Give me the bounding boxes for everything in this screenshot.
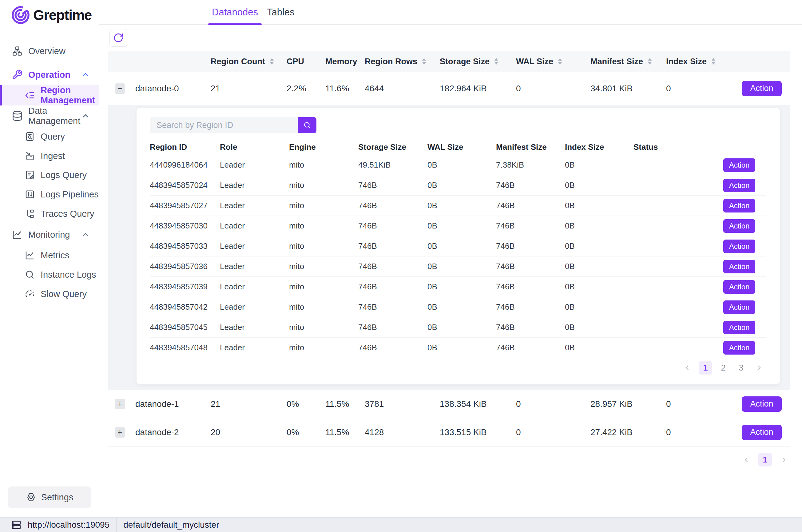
wal-size-value: 0 <box>516 428 590 437</box>
sidebar-item-ingest[interactable]: Ingest <box>0 147 99 165</box>
datanode-row: + datanode-2 20 0% 11.5% 4128 133.515 Ki… <box>108 418 790 446</box>
region-id-value: 4483945857033 <box>150 241 220 251</box>
collapse-row-button[interactable]: − <box>115 83 125 94</box>
region-table-row: 4483945857027 Leader mito 746B 0B 746B 0… <box>150 195 766 216</box>
region-action-button[interactable]: Action <box>723 158 755 172</box>
chevron-up-icon[interactable] <box>81 230 90 239</box>
sort-icon[interactable] <box>269 57 275 65</box>
engine-value: mito <box>289 180 358 190</box>
datanode-name: datanode-2 <box>135 428 211 437</box>
region-action-button[interactable]: Action <box>723 301 755 314</box>
region-action-button[interactable]: Action <box>723 199 755 212</box>
cluster-name[interactable]: default/default_mycluster <box>123 520 219 530</box>
region-table-row: 4440996184064 Leader mito 49.51KiB 0B 7.… <box>150 155 766 175</box>
chevron-up-icon[interactable] <box>81 70 90 79</box>
refresh-button[interactable] <box>110 29 127 47</box>
wal-size-value: 0 <box>516 399 590 409</box>
sort-icon[interactable] <box>493 57 499 65</box>
chevron-up-icon[interactable] <box>81 111 90 120</box>
page-button-2[interactable]: 2 <box>717 361 730 375</box>
region-action-button[interactable]: Action <box>723 280 755 294</box>
region-search-input[interactable] <box>150 117 298 133</box>
sort-icon[interactable] <box>710 57 717 65</box>
storage-size-value: 746B <box>358 180 427 190</box>
region-action-button[interactable]: Action <box>723 260 755 273</box>
sidebar-item-metrics[interactable]: Metrics <box>0 246 99 264</box>
role-value: Leader <box>220 221 289 231</box>
tab-tables[interactable]: Tables <box>267 0 294 25</box>
sidebar-item-slow-query[interactable]: Slow Query <box>0 285 99 303</box>
manifest-size-value: 746B <box>496 323 565 332</box>
engine-value: mito <box>289 221 358 231</box>
previous-page-icon[interactable] <box>681 361 694 375</box>
tab-datanodes[interactable]: Datanodes <box>212 0 258 25</box>
region-action-button[interactable]: Action <box>723 321 755 334</box>
engine-value: mito <box>289 262 358 271</box>
wal-size-value: 0B <box>427 282 496 291</box>
region-rows-value: 4128 <box>365 428 440 437</box>
page-button-1[interactable]: 1 <box>699 361 712 375</box>
database-icon <box>12 110 23 121</box>
page-button-1[interactable]: 1 <box>758 453 772 467</box>
manifest-size-value: 34.801 KiB <box>590 84 666 94</box>
manifest-size-value: 746B <box>496 201 565 210</box>
storage-size-value: 746B <box>358 302 427 312</box>
sidebar-item-region-management[interactable]: Region Management <box>0 85 99 106</box>
manifest-size-value: 27.422 KiB <box>590 428 666 437</box>
sidebar: Greptime Overview Operation <box>0 0 99 517</box>
wal-size-value: 0B <box>427 201 496 210</box>
region-search-button[interactable] <box>298 117 317 133</box>
wal-size-value: 0B <box>427 160 496 170</box>
region-table-row: 4483945857036 Leader mito 746B 0B 746B 0… <box>150 256 766 277</box>
region-action-button[interactable]: Action <box>723 219 755 233</box>
server-url[interactable]: http://localhost:19095 <box>28 520 110 530</box>
region-table-row: 4483945857033 Leader mito 746B 0B 746B 0… <box>150 236 766 256</box>
region-table-row: 4483945857039 Leader mito 746B 0B 746B 0… <box>150 277 766 297</box>
region-action-button[interactable]: Action <box>723 341 755 355</box>
settings-button[interactable]: Settings <box>8 487 91 508</box>
column-status: Status <box>633 142 703 152</box>
region-count-value: 21 <box>211 84 287 94</box>
sort-icon[interactable] <box>421 57 427 65</box>
next-page-icon[interactable] <box>752 361 766 375</box>
column-region-rows: Region Rows <box>365 57 440 66</box>
sidebar-item-overview[interactable]: Overview <box>0 42 99 60</box>
sidebar-item-traces-query[interactable]: Traces Query <box>0 205 99 223</box>
column-index-size: Index Size <box>666 57 735 66</box>
cpu-value: 2.2% <box>287 84 325 94</box>
column-region-count: Region Count <box>211 57 287 66</box>
previous-page-icon[interactable] <box>740 453 753 467</box>
next-page-icon[interactable] <box>777 453 790 467</box>
region-action-button[interactable]: Action <box>723 240 755 253</box>
expand-row-button[interactable]: + <box>115 427 125 438</box>
sidebar-section-data-management[interactable]: Data Management <box>0 107 99 125</box>
tab-label: Datanodes <box>212 7 258 18</box>
sidebar-section-monitoring[interactable]: Monitoring <box>0 225 99 244</box>
sidebar-item-query[interactable]: Query <box>0 127 99 146</box>
column-manifest-size: Manifest Size <box>590 57 666 66</box>
manifest-size-value: 746B <box>496 343 565 353</box>
sidebar-item-instance-logs[interactable]: Instance Logs <box>0 265 99 284</box>
region-action-button[interactable]: Action <box>723 179 755 192</box>
sort-icon[interactable] <box>647 57 653 65</box>
sidebar-item-label: Metrics <box>41 250 69 261</box>
sort-icon[interactable] <box>557 57 563 65</box>
sidebar-item-logs-query[interactable]: Logs Query <box>0 166 99 184</box>
datanode-action-button[interactable]: Action <box>742 396 782 412</box>
page-button-3[interactable]: 3 <box>734 361 748 375</box>
expand-row-button[interactable]: + <box>115 399 125 409</box>
datanode-action-button[interactable]: Action <box>742 425 782 440</box>
sliders-icon <box>25 189 35 200</box>
region-id-value: 4483945857048 <box>150 343 220 353</box>
engine-value: mito <box>289 241 358 251</box>
manifest-size-value: 746B <box>496 241 565 251</box>
server-icon <box>11 520 21 530</box>
datanode-action-button[interactable]: Action <box>742 81 782 96</box>
sidebar-section-operation[interactable]: Operation <box>0 65 99 84</box>
sidebar-item-logs-pipelines[interactable]: Logs Pipelines <box>0 185 99 204</box>
status-divider <box>116 517 117 532</box>
index-size-value: 0B <box>565 180 633 190</box>
column-wal-size: WAL Size <box>427 142 496 152</box>
engine-value: mito <box>289 302 358 312</box>
tree-branch-icon <box>25 209 35 219</box>
